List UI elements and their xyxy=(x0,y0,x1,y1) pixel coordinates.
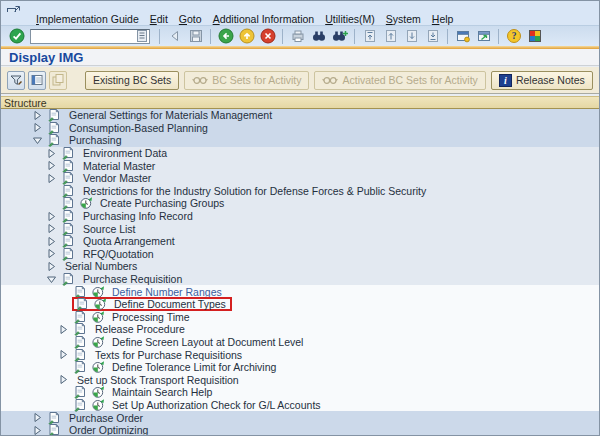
tree-row[interactable]: Purchasing xyxy=(1,134,599,147)
menu-item-goto[interactable]: Goto xyxy=(179,13,202,25)
command-history-icon[interactable] xyxy=(137,30,148,42)
img-documentation-icon[interactable] xyxy=(61,222,79,235)
find-icon[interactable] xyxy=(309,27,328,45)
img-documentation-icon[interactable] xyxy=(47,121,65,134)
tree-node-label[interactable]: Purchasing xyxy=(69,134,122,146)
tree-row[interactable]: Source List xyxy=(1,222,599,235)
tree-row[interactable]: Consumption-Based Planning xyxy=(1,122,599,135)
tree-node-label[interactable]: Quota Arrangement xyxy=(83,235,175,247)
tree-node-label[interactable]: Purchase Requisition xyxy=(83,273,182,285)
existing-bc-sets-button[interactable]: Existing BC Sets xyxy=(85,71,179,90)
tree-node-label[interactable]: Source List xyxy=(83,223,136,235)
cancel-icon[interactable] xyxy=(258,27,277,45)
tree-node-label[interactable]: Define Document Types xyxy=(114,298,226,310)
tree-row[interactable]: Purchasing Info Record xyxy=(1,210,599,223)
img-documentation-icon[interactable] xyxy=(61,159,79,172)
expand-icon[interactable] xyxy=(32,412,47,423)
tree-node-label[interactable]: Texts for Purchase Requisitions xyxy=(95,349,242,361)
tree-node-label[interactable]: Define Tolerance Limit for Archiving xyxy=(112,361,276,373)
position-icon[interactable] xyxy=(28,71,46,90)
command-input[interactable] xyxy=(32,30,132,42)
execute-activity-icon[interactable] xyxy=(91,398,108,411)
img-documentation-icon[interactable] xyxy=(73,335,91,348)
tree-row[interactable]: Define Number Ranges xyxy=(1,285,599,298)
tree-row[interactable]: Release Procedure xyxy=(1,323,599,336)
menu-item-utilities-m[interactable]: Utilities(M) xyxy=(325,13,375,25)
tree-row[interactable]: Vendor Master xyxy=(1,172,599,185)
img-documentation-icon[interactable] xyxy=(61,273,79,286)
expand-icon[interactable] xyxy=(58,324,73,335)
tree-node-label[interactable]: Serial Numbers xyxy=(65,260,137,272)
img-documentation-icon[interactable] xyxy=(47,411,65,424)
tree-node-label[interactable]: Purchase Order xyxy=(69,412,143,424)
collapse-icon[interactable] xyxy=(46,274,61,285)
release-notes-button[interactable]: iRelease Notes xyxy=(491,71,593,90)
continue-icon[interactable] xyxy=(165,27,184,45)
expand-icon[interactable] xyxy=(58,349,73,360)
tree-row[interactable]: Order Optimizing xyxy=(1,424,599,435)
tree-node-label[interactable]: Set up Stock Transport Requisition xyxy=(77,374,239,386)
menu-item-system[interactable]: System xyxy=(386,13,421,25)
tree-node-label[interactable]: Define Screen Layout at Document Level xyxy=(112,336,303,348)
previous-page-icon[interactable] xyxy=(381,27,400,45)
tree-node-label[interactable]: Purchasing Info Record xyxy=(83,210,193,222)
expand-icon[interactable] xyxy=(46,173,61,184)
next-page-icon[interactable] xyxy=(402,27,421,45)
expand-icon[interactable] xyxy=(46,223,61,234)
new-session-icon[interactable] xyxy=(453,27,472,45)
tree-row[interactable]: Quota Arrangement xyxy=(1,235,599,248)
back-icon[interactable] xyxy=(216,27,235,45)
menu-item-help[interactable]: Help xyxy=(432,13,454,25)
img-documentation-icon[interactable] xyxy=(73,361,91,374)
expand-icon[interactable] xyxy=(46,236,61,247)
tree-node-label[interactable]: Create Purchasing Groups xyxy=(100,197,224,209)
tree-node-label[interactable]: Define Number Ranges xyxy=(112,286,222,298)
tree-row[interactable]: Define Screen Layout at Document Level xyxy=(1,336,599,349)
tree-row[interactable]: Set Up Authorization Check for G/L Accou… xyxy=(1,399,599,412)
tree-row[interactable]: Define Document Types xyxy=(1,298,599,311)
exit-icon[interactable] xyxy=(237,27,256,45)
execute-activity-icon[interactable] xyxy=(91,285,108,298)
execute-activity-icon[interactable] xyxy=(79,197,96,210)
expand-icon[interactable] xyxy=(46,261,61,272)
tree-row[interactable]: Create Purchasing Groups xyxy=(1,197,599,210)
tree-row[interactable]: Set up Stock Transport Requisition xyxy=(1,373,599,386)
menu-item-implementation-guide[interactable]: Implementation Guide xyxy=(36,13,139,25)
filter-icon[interactable] xyxy=(7,71,25,90)
expand-icon[interactable] xyxy=(58,374,73,385)
expand-icon[interactable] xyxy=(46,160,61,171)
img-documentation-icon[interactable] xyxy=(61,247,79,260)
find-next-icon[interactable] xyxy=(330,27,349,45)
img-documentation-icon[interactable] xyxy=(61,184,79,197)
create-shortcut-icon[interactable] xyxy=(474,27,493,45)
execute-activity-icon[interactable] xyxy=(93,298,110,311)
save-icon[interactable] xyxy=(186,27,205,45)
img-documentation-icon[interactable] xyxy=(73,398,91,411)
first-page-icon[interactable] xyxy=(360,27,379,45)
expand-icon[interactable] xyxy=(32,425,47,435)
execute-activity-icon[interactable] xyxy=(91,310,108,323)
collapse-icon[interactable] xyxy=(32,135,47,146)
tree-row[interactable]: Environment Data xyxy=(1,147,599,160)
tree-row[interactable]: General Settings for Materials Managemen… xyxy=(1,109,599,122)
img-documentation-icon[interactable] xyxy=(73,310,91,323)
tree-row[interactable]: Material Master xyxy=(1,159,599,172)
tree-node-label[interactable]: Release Procedure xyxy=(95,323,185,335)
enter-icon[interactable] xyxy=(7,27,26,45)
img-documentation-icon[interactable] xyxy=(73,285,91,298)
tree-row[interactable]: RFQ/Quotation xyxy=(1,248,599,261)
img-documentation-icon[interactable] xyxy=(73,386,91,399)
expand-icon[interactable] xyxy=(32,122,47,133)
img-documentation-icon[interactable] xyxy=(61,210,79,223)
img-documentation-icon[interactable] xyxy=(47,424,65,435)
execute-activity-icon[interactable] xyxy=(91,335,108,348)
tree-node-label[interactable]: Order Optimizing xyxy=(69,424,148,435)
img-documentation-icon[interactable] xyxy=(73,323,91,336)
menu-item-edit[interactable]: Edit xyxy=(150,13,168,25)
expand-icon[interactable] xyxy=(46,211,61,222)
img-documentation-icon[interactable] xyxy=(61,235,79,248)
customize-layout-icon[interactable] xyxy=(525,27,544,45)
img-documentation-icon[interactable] xyxy=(73,348,91,361)
tree-row[interactable]: Maintain Search Help xyxy=(1,386,599,399)
img-documentation-icon[interactable] xyxy=(61,172,79,185)
